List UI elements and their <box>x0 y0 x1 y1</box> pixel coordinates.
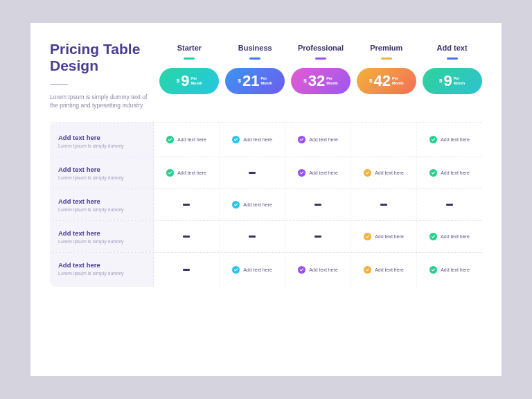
dash-icon <box>249 236 256 238</box>
feature-subtitle: Lorem Ipsum is simply dummy <box>58 143 146 148</box>
feature-cell: Add text here <box>417 253 482 287</box>
currency-symbol: $ <box>238 78 240 84</box>
price-amount: 21 <box>242 73 259 89</box>
price-period: PerMonth <box>190 76 202 85</box>
page-description: Lorem Ipsum is simply dummy text of the … <box>50 94 154 109</box>
price-period: PerMonth <box>454 76 466 85</box>
feature-cell: Add text here <box>220 189 285 220</box>
feature-cell <box>220 221 285 252</box>
price-pill: $9PerMonth <box>159 68 219 94</box>
feature-row: Add text hereLorem Ipsum is simply dummy… <box>50 157 482 188</box>
header-row: Pricing Table Design Lorem Ipsum is simp… <box>50 41 482 109</box>
feature-cell: Add text here <box>285 157 351 188</box>
cell-text: Add text here <box>375 234 404 239</box>
feature-cell: Add text here <box>220 123 285 157</box>
feature-cell <box>220 157 285 188</box>
feature-subtitle: Lorem Ipsum is simply dummy <box>58 271 146 276</box>
feature-label: Add text hereLorem Ipsum is simply dummy <box>50 253 154 287</box>
currency-symbol: $ <box>177 78 179 84</box>
title-underline <box>50 84 68 85</box>
check-icon <box>364 266 371 274</box>
feature-cells: Add text hereAdd text hereAdd text hereA… <box>154 157 482 188</box>
cell-text: Add text here <box>243 137 272 142</box>
cell-text: Add text here <box>243 202 272 207</box>
feature-label: Add text hereLorem Ipsum is simply dummy <box>50 221 154 252</box>
check-icon <box>166 136 174 143</box>
intro: Pricing Table Design Lorem Ipsum is simp… <box>50 41 154 109</box>
feature-cell: Add text here <box>154 123 220 157</box>
check-icon <box>232 136 240 143</box>
plan-name: Premium <box>356 44 416 52</box>
pricing-card: Pricing Table Design Lorem Ipsum is simp… <box>30 23 502 376</box>
cell-text: Add text here <box>375 267 404 272</box>
price-period: PerMonth <box>326 76 338 85</box>
cell-text: Add text here <box>177 170 206 175</box>
feature-cell <box>351 123 417 157</box>
currency-symbol: $ <box>439 78 442 84</box>
price-amount: 9 <box>181 73 189 89</box>
cell-text: Add text here <box>309 267 338 272</box>
check-icon <box>232 201 240 209</box>
price-pill: $32PerMonth <box>291 68 351 94</box>
feature-subtitle: Lorem Ipsum is simply dummy <box>58 207 146 212</box>
feature-subtitle: Lorem Ipsum is simply dummy <box>58 239 146 244</box>
feature-row: Add text hereLorem Ipsum is simply dummy… <box>50 220 482 252</box>
feature-subtitle: Lorem Ipsum is simply dummy <box>58 175 146 180</box>
feature-row: Add text hereLorem Ipsum is simply dummy… <box>50 252 482 287</box>
plan-name: Professional <box>291 44 351 52</box>
feature-title: Add text here <box>58 229 146 237</box>
price-amount: 9 <box>443 73 452 89</box>
feature-label: Add text hereLorem Ipsum is simply dummy <box>50 189 154 220</box>
plan-underline <box>249 57 260 60</box>
check-icon <box>364 169 371 177</box>
feature-cell <box>285 221 351 252</box>
price-amount: 32 <box>308 73 325 89</box>
cell-text: Add text here <box>441 170 470 175</box>
plan-underline <box>381 57 392 60</box>
plan-header: Add text$9PerMonth <box>422 44 482 109</box>
feature-cell: Add text here <box>154 157 220 188</box>
dash-icon <box>183 204 190 206</box>
plan-name: Add text <box>422 44 482 52</box>
cell-text: Add text here <box>243 267 272 272</box>
plan-header: Premium$42PerMonth <box>356 44 416 109</box>
check-icon <box>232 266 240 274</box>
feature-cell <box>417 189 482 220</box>
feature-cells: Add text hereAdd text hereAdd text hereA… <box>154 123 482 157</box>
feature-cells: Add text hereAdd text here <box>154 221 482 252</box>
cell-text: Add text here <box>441 137 470 142</box>
feature-cell <box>154 253 220 287</box>
price-period: PerMonth <box>392 76 404 85</box>
feature-cells: Add text here <box>154 189 482 220</box>
feature-cell: Add text here <box>220 253 285 287</box>
check-icon <box>364 233 371 240</box>
feature-grid: Add text hereLorem Ipsum is simply dummy… <box>50 122 482 287</box>
plan-name: Starter <box>159 44 220 52</box>
check-icon <box>166 169 174 177</box>
plan-headers: Starter$9PerMonthBusiness$21PerMonthProf… <box>159 41 482 109</box>
dash-icon <box>183 269 190 271</box>
feature-cell <box>154 221 220 252</box>
dash-icon <box>446 204 453 206</box>
plan-underline <box>315 57 326 60</box>
cell-text: Add text here <box>177 137 206 142</box>
check-icon <box>429 169 437 177</box>
feature-cell: Add text here <box>351 253 417 287</box>
feature-cell <box>351 189 417 220</box>
check-icon <box>429 136 437 143</box>
plan-underline <box>184 57 195 60</box>
feature-title: Add text here <box>58 197 146 205</box>
price-amount: 42 <box>374 73 391 89</box>
feature-cell: Add text here <box>351 157 417 188</box>
feature-cell: Add text here <box>285 123 351 157</box>
feature-label: Add text hereLorem Ipsum is simply dummy <box>50 123 154 157</box>
plan-name: Business <box>225 44 285 52</box>
plan-header: Professional$32PerMonth <box>291 44 351 109</box>
feature-title: Add text here <box>58 166 146 173</box>
feature-title: Add text here <box>58 134 146 141</box>
price-period: PerMonth <box>260 76 272 85</box>
check-icon <box>429 266 437 274</box>
plan-underline <box>447 57 458 60</box>
dash-icon <box>249 172 256 174</box>
feature-cells: Add text hereAdd text hereAdd text hereA… <box>154 253 482 287</box>
